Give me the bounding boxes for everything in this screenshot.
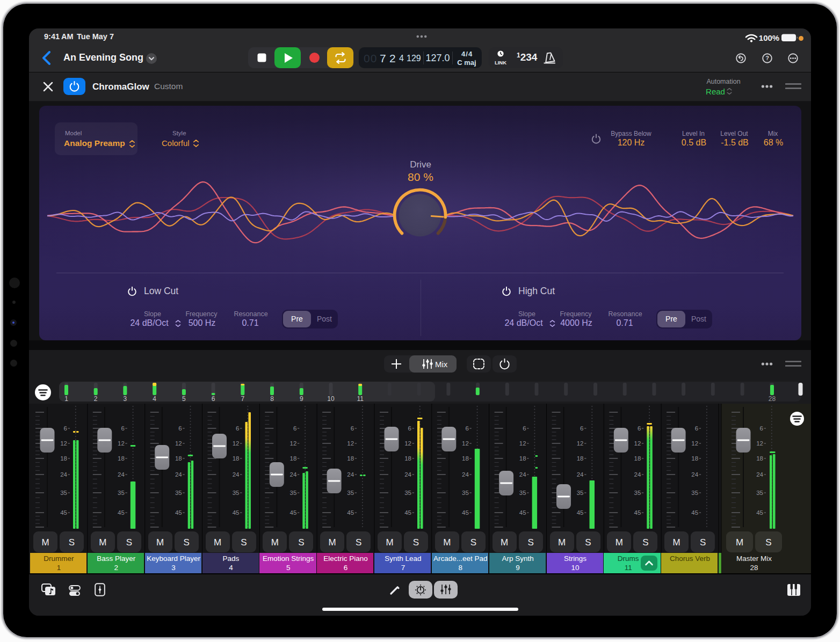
svg-text:18: 18: [118, 455, 125, 462]
svg-text:12: 12: [519, 440, 526, 447]
svg-text:6: 6: [695, 425, 698, 432]
svg-text:24: 24: [118, 471, 125, 478]
svg-text:12: 12: [462, 440, 469, 447]
svg-text:6: 6: [178, 425, 182, 432]
svg-text:35: 35: [577, 490, 584, 496]
svg-text:35: 35: [404, 490, 411, 496]
svg-text:12: 12: [404, 440, 411, 447]
svg-text:35: 35: [756, 490, 763, 496]
svg-text:35: 35: [118, 490, 125, 496]
svg-text:45: 45: [175, 509, 182, 516]
svg-text:18: 18: [233, 455, 240, 462]
svg-text:18: 18: [519, 455, 526, 462]
svg-text:12: 12: [233, 440, 240, 447]
svg-text:45: 45: [290, 509, 297, 516]
svg-text:35: 35: [175, 490, 182, 496]
svg-text:12: 12: [691, 440, 698, 447]
svg-text:18: 18: [347, 455, 354, 462]
svg-text:45: 45: [462, 509, 469, 516]
svg-text:12: 12: [756, 440, 763, 447]
svg-text:35: 35: [60, 490, 67, 496]
svg-text:12: 12: [60, 440, 67, 447]
svg-text:6: 6: [523, 425, 526, 432]
svg-text:45: 45: [691, 509, 698, 516]
svg-text:6: 6: [121, 425, 124, 432]
svg-text:12: 12: [175, 440, 182, 447]
svg-text:45: 45: [233, 509, 240, 516]
svg-text:45: 45: [519, 509, 526, 516]
svg-text:12: 12: [347, 440, 354, 447]
svg-text:6: 6: [64, 425, 67, 432]
svg-text:24: 24: [634, 471, 641, 478]
svg-text:6: 6: [760, 425, 763, 432]
svg-text:6: 6: [638, 425, 641, 432]
svg-text:12: 12: [290, 440, 297, 447]
svg-text:45: 45: [118, 509, 125, 516]
svg-text:24: 24: [233, 471, 240, 478]
svg-text:18: 18: [691, 455, 698, 462]
svg-text:?: ?: [765, 55, 769, 61]
svg-text:24: 24: [462, 471, 469, 478]
svg-text:45: 45: [347, 509, 354, 516]
svg-text:6: 6: [580, 425, 583, 432]
svg-text:6: 6: [408, 425, 411, 432]
svg-text:24: 24: [290, 471, 297, 478]
svg-text:45: 45: [60, 509, 67, 516]
svg-text:24: 24: [175, 471, 182, 478]
svg-text:45: 45: [756, 509, 763, 516]
svg-text:12: 12: [577, 440, 584, 447]
svg-text:35: 35: [462, 490, 469, 496]
svg-text:35: 35: [290, 490, 297, 496]
svg-text:24: 24: [60, 471, 67, 478]
svg-text:6: 6: [351, 425, 354, 432]
svg-text:24: 24: [756, 471, 763, 478]
svg-text:18: 18: [60, 455, 67, 462]
svg-text:18: 18: [290, 455, 297, 462]
svg-text:12: 12: [118, 440, 125, 447]
svg-text:6: 6: [293, 425, 296, 432]
svg-text:18: 18: [634, 455, 641, 462]
svg-text:18: 18: [404, 455, 411, 462]
svg-text:24: 24: [691, 471, 698, 478]
svg-text:12: 12: [634, 440, 641, 447]
svg-text:24: 24: [404, 471, 411, 478]
svg-text:24: 24: [347, 471, 354, 478]
svg-text:6: 6: [465, 425, 468, 432]
svg-text:35: 35: [519, 490, 526, 496]
svg-text:24: 24: [519, 471, 526, 478]
svg-text:35: 35: [691, 490, 698, 496]
svg-text:24: 24: [577, 471, 584, 478]
svg-text:18: 18: [756, 455, 763, 462]
svg-text:35: 35: [233, 490, 240, 496]
svg-text:18: 18: [175, 455, 182, 462]
svg-text:18: 18: [462, 455, 469, 462]
svg-text:45: 45: [577, 509, 584, 516]
svg-text:6: 6: [236, 425, 239, 432]
svg-text:35: 35: [634, 490, 641, 496]
svg-text:45: 45: [634, 509, 641, 516]
svg-text:35: 35: [347, 490, 354, 496]
svg-text:18: 18: [577, 455, 584, 462]
svg-text:45: 45: [404, 509, 411, 516]
